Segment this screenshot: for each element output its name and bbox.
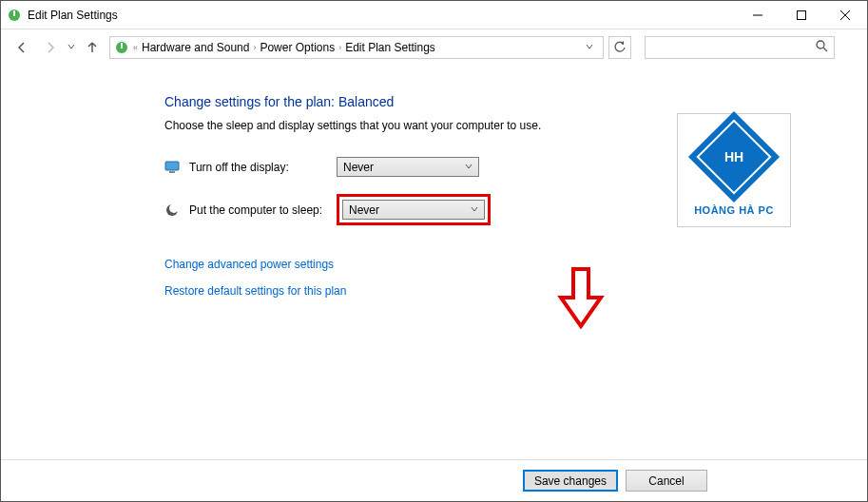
annotation-highlight-box: Never [337,194,491,225]
chevron-left-icon: « [133,43,138,52]
display-setting-label: Turn off the display: [189,161,337,174]
toolbar: « Hardware and Sound › Power Options › E… [1,29,867,66]
nav-back-button[interactable] [10,36,33,59]
nav-history-dropdown[interactable] [68,43,75,52]
breadcrumb-seg-2[interactable]: Power Options [260,41,335,54]
links-section: Change advanced power settings Restore d… [164,258,867,298]
sleep-setting-label: Put the computer to sleep: [189,203,337,217]
maximize-button[interactable] [780,1,823,29]
advanced-settings-link[interactable]: Change advanced power settings [164,258,867,271]
svg-point-13 [169,203,179,213]
logo-text: HOÀNG HÀ PC [694,204,774,216]
monitor-icon [164,160,180,175]
svg-rect-3 [798,10,806,19]
chevron-right-icon: › [338,43,341,52]
svg-rect-1 [13,10,15,16]
cancel-button[interactable]: Cancel [626,470,707,492]
sleep-setting-value: Never [349,203,379,217]
page-title: Change settings for the plan: Balanced [164,94,867,109]
display-setting-dropdown[interactable]: Never [337,157,479,177]
window-title: Edit Plan Settings [28,9,118,22]
chevron-right-icon: › [253,43,256,52]
logo-panel: HH HOÀNG HÀ PC [677,113,791,227]
svg-point-8 [817,41,824,48]
address-dropdown-icon[interactable] [580,43,599,52]
nav-up-button[interactable] [81,36,104,59]
address-bar[interactable]: « Hardware and Sound › Power Options › E… [109,36,604,59]
chevron-down-icon [471,205,478,215]
breadcrumb-seg-1[interactable]: Hardware and Sound [142,41,249,54]
sleep-setting-dropdown[interactable]: Never [342,200,485,220]
titlebar: Edit Plan Settings [1,1,867,29]
svg-rect-7 [121,43,123,48]
cancel-button-label: Cancel [648,474,684,488]
close-button[interactable] [823,1,867,29]
search-icon [816,40,828,55]
moon-icon [164,203,180,218]
display-setting-value: Never [343,161,374,174]
breadcrumb: « Hardware and Sound › Power Options › E… [133,41,435,54]
save-button-label: Save changes [534,474,607,488]
svg-line-9 [823,48,827,51]
refresh-button[interactable] [608,36,631,59]
app-icon [7,8,22,23]
svg-rect-11 [169,171,175,173]
window-controls [736,1,867,29]
minimize-button[interactable] [736,1,780,29]
svg-rect-10 [165,162,179,170]
search-input[interactable] [645,36,835,59]
breadcrumb-seg-3[interactable]: Edit Plan Settings [345,41,435,54]
restore-defaults-link[interactable]: Restore default settings for this plan [164,284,867,298]
save-button[interactable]: Save changes [523,470,618,492]
nav-forward-button[interactable] [39,36,62,59]
chevron-down-icon [465,163,473,172]
footer-bar: Save changes Cancel [1,459,867,501]
location-icon [114,40,129,55]
